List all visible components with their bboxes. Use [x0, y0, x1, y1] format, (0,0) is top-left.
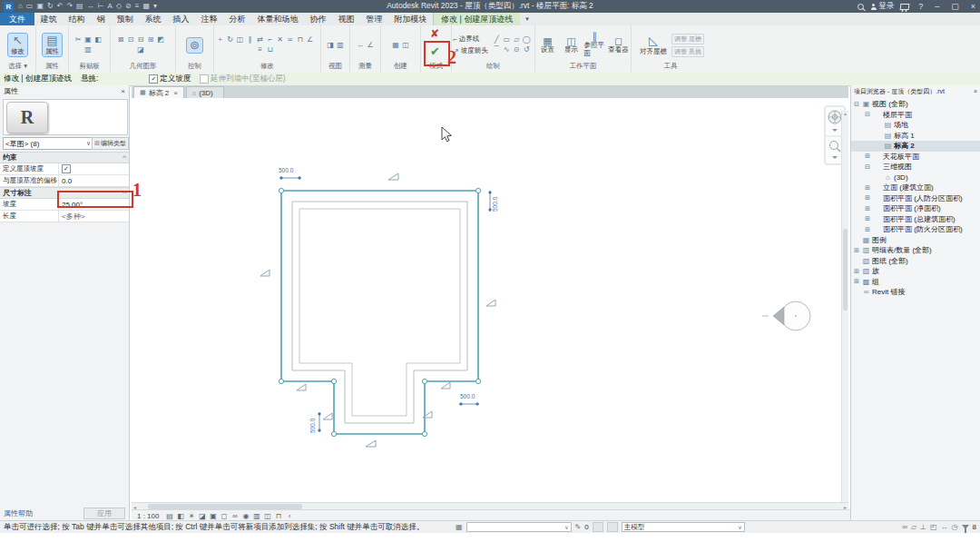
boundary-line-mode[interactable]: ⌐ 边界线: [453, 34, 488, 44]
type-selector-dropdown[interactable]: <草图> (8) ∨: [3, 137, 93, 150]
vertical-scrollbar[interactable]: ▴ ▾: [841, 111, 848, 502]
thin-lines-icon[interactable]: ≡: [135, 2, 140, 11]
tree-item[interactable]: ⊞ 天花板平面: [851, 152, 980, 163]
view-tab[interactable]: ⌂ (3D): [186, 86, 224, 98]
clipboard-tool-icon[interactable]: ✂: [74, 35, 83, 44]
select-underlay-icon[interactable]: ▱: [911, 523, 916, 531]
expand-icon[interactable]: ⊞: [864, 194, 871, 202]
help-icon[interactable]: ?: [916, 2, 926, 11]
geometry-tool-icon[interactable]: ⊞: [146, 35, 155, 44]
tree-item[interactable]: ▤ 标高 2: [851, 141, 980, 152]
filter-icon[interactable]: [962, 525, 969, 529]
tree-item[interactable]: ▧ 图纸 (全部): [851, 256, 980, 267]
save-icon[interactable]: ▣: [36, 2, 44, 11]
undo-icon[interactable]: ↶: [57, 2, 64, 11]
scroll-up-icon[interactable]: ▴: [842, 111, 848, 116]
select-links-icon[interactable]: ∞: [902, 523, 907, 531]
geometry-tool-icon[interactable]: ⊡: [126, 35, 135, 44]
scale-button[interactable]: 1 : 100: [137, 512, 159, 520]
drag-on-selection-icon[interactable]: ↔: [941, 523, 948, 531]
crop-region-visibility-icon[interactable]: ◻: [220, 512, 228, 520]
geometry-tool-icon[interactable]: ◪: [136, 45, 145, 54]
visual-style-icon[interactable]: ◧: [176, 512, 184, 520]
tree-item[interactable]: ⊞ 面积平面 (总建筑面积): [851, 214, 980, 225]
draw-tool-icon[interactable]: ∿: [502, 45, 511, 54]
tree-item[interactable]: ⊞ 面积平面 (人防分区面积): [851, 193, 980, 204]
tree-item[interactable]: ⊞ ▩ 组: [851, 277, 980, 288]
expand-icon[interactable]: ⊞: [853, 278, 860, 285]
draw-tool-icon[interactable]: ▱: [512, 35, 521, 44]
scrollbar-thumb[interactable]: [843, 229, 848, 310]
expand-icon[interactable]: ⊟: [853, 101, 860, 108]
background-processes-icon[interactable]: ◷: [952, 523, 958, 531]
modify-tool-icon[interactable]: ∥: [246, 35, 255, 44]
store-cart-icon[interactable]: [900, 4, 910, 10]
modify-tool-icon[interactable]: ⊔: [266, 45, 275, 54]
clipboard-tool-icon[interactable]: ▣: [83, 35, 93, 44]
finish-sketch-icon[interactable]: ✔: [430, 44, 440, 58]
tab-options-dropdown-icon[interactable]: ▾: [520, 13, 534, 25]
ribbon-tab[interactable]: 预制: [111, 13, 139, 25]
apply-button[interactable]: 应用: [83, 508, 125, 519]
slope-arrow-mode[interactable]: ↗ 坡度箭头: [453, 46, 488, 55]
modify-tool-icon[interactable]: ✕: [276, 35, 285, 44]
tree-item[interactable]: ⌂ (3D): [851, 172, 980, 183]
ribbon-tab[interactable]: 系统: [139, 13, 167, 25]
tree-item[interactable]: ∞ Revit 链接: [851, 287, 980, 298]
expand-icon[interactable]: ⊞: [864, 205, 871, 212]
tree-item[interactable]: ⊟ ▣ 视图 (全部): [851, 99, 980, 110]
modify-tool-icon[interactable]: ≡: [256, 45, 265, 54]
aligned-dimension-icon[interactable]: ⊢: [98, 2, 104, 11]
sign-in-button[interactable]: 登录: [870, 1, 894, 12]
customize-icon[interactable]: ▾: [153, 2, 157, 11]
temporary-hide-isolate-icon[interactable]: ∞: [230, 512, 239, 520]
tree-item[interactable]: ▤ 标高 1: [851, 131, 980, 142]
properties-help-link[interactable]: 属性帮助: [4, 508, 33, 518]
create-tool-icon[interactable]: ◫: [401, 41, 410, 50]
ribbon-tab[interactable]: 分析: [223, 13, 251, 25]
tree-item[interactable]: ▦ 图例: [851, 235, 980, 246]
crop-view-icon[interactable]: ▣: [209, 512, 217, 520]
select-by-face-icon[interactable]: ◰: [930, 523, 937, 531]
geometry-tool-icon[interactable]: ⊟: [136, 35, 145, 44]
active-workset-dropdown[interactable]: ∨: [466, 522, 572, 532]
modify-tool-icon[interactable]: ⇄: [256, 35, 265, 44]
close-view-icon[interactable]: ×: [173, 89, 178, 97]
ribbon-tab[interactable]: 注释: [195, 13, 223, 25]
sun-path-icon[interactable]: ☀: [187, 512, 195, 520]
modify-tool-icon[interactable]: ⊓: [296, 35, 305, 44]
ribbon-tab[interactable]: 协作: [304, 13, 332, 25]
ribbon-tab[interactable]: 视图: [332, 13, 360, 25]
modify-tool-icon[interactable]: ◫: [236, 35, 245, 44]
ribbon-tab[interactable]: 钢: [91, 13, 111, 25]
clipboard-tool-icon[interactable]: ◧: [93, 35, 103, 44]
elevation-marker[interactable]: [762, 301, 810, 330]
tree-item[interactable]: ⊞ 面积平面 (防火分区面积): [851, 224, 980, 235]
expand-icon[interactable]: ⊟: [864, 163, 871, 171]
modify-tool-icon[interactable]: +: [216, 35, 225, 44]
measure-tool-icon[interactable]: ↔: [356, 41, 365, 50]
ribbon-tab[interactable]: 结构: [63, 13, 91, 25]
close-button[interactable]: ×: [968, 2, 978, 11]
properties-close-icon[interactable]: ×: [121, 87, 125, 95]
shadows-icon[interactable]: ◪: [198, 512, 206, 520]
view-tool-icon[interactable]: ▥: [336, 41, 345, 50]
work-plane-button[interactable]: ◻查看器: [608, 37, 630, 54]
print-icon[interactable]: ▤: [76, 2, 83, 11]
editing-requests-icon[interactable]: ✎: [575, 523, 582, 531]
open-icon[interactable]: ▭: [26, 2, 34, 11]
measure-tool-icon[interactable]: ∠: [366, 41, 375, 50]
expand-icon[interactable]: ⊞: [853, 247, 860, 254]
tree-item[interactable]: ⊟ 三维视图: [851, 162, 980, 172]
modify-tool-icon[interactable]: ∠: [306, 35, 315, 44]
tab-file[interactable]: 文件: [0, 13, 34, 25]
align-eaves-button[interactable]: ◺ 对齐屋檐: [637, 34, 670, 56]
temporary-view-properties-icon[interactable]: ▥: [252, 512, 260, 520]
measure-icon[interactable]: ↔: [87, 2, 94, 11]
create-tool-icon[interactable]: ▦: [391, 41, 400, 50]
draw-tool-icon[interactable]: ╱: [492, 35, 501, 44]
tree-item[interactable]: ⊟ 楼层平面: [851, 110, 980, 121]
collapse-icon[interactable]: ‹: [285, 512, 293, 520]
draw-tool-icon[interactable]: ⌒: [492, 45, 501, 54]
tree-item[interactable]: ⊞ 立面 (建筑立面): [851, 182, 980, 193]
